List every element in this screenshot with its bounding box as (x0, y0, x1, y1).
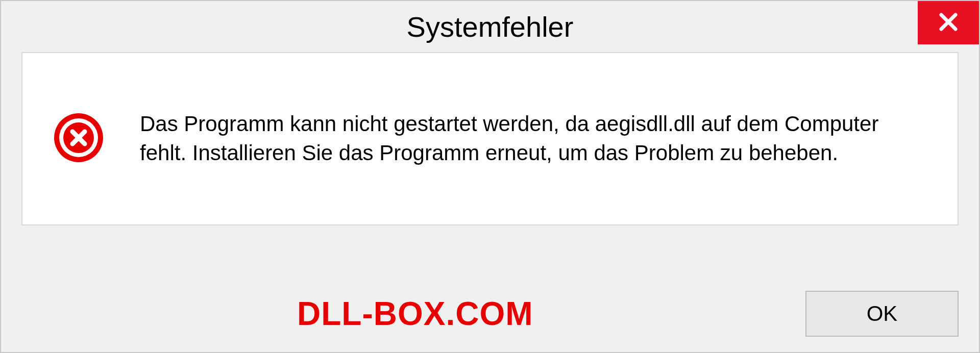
error-message: Das Programm kann nicht gestartet werden… (140, 110, 927, 167)
titlebar: Systemfehler (1, 1, 979, 52)
ok-button-label: OK (867, 301, 898, 326)
error-icon (53, 112, 104, 165)
footer: DLL-BOX.COM OK (1, 291, 979, 337)
watermark-text: DLL-BOX.COM (297, 295, 533, 333)
error-dialog: Systemfehler Das Programm kann nicht ges… (0, 0, 980, 353)
dialog-title: Systemfehler (407, 10, 574, 43)
close-button[interactable] (918, 1, 979, 44)
ok-button[interactable]: OK (805, 291, 959, 337)
content-area: Das Programm kann nicht gestartet werden… (21, 52, 959, 225)
close-icon (936, 10, 961, 36)
